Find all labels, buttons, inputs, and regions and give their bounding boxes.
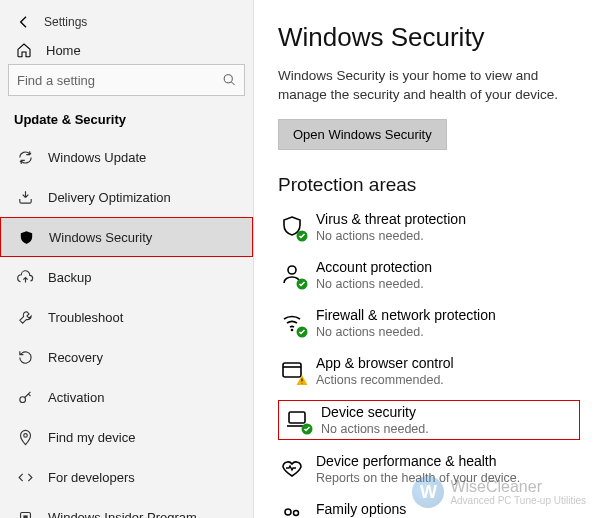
sidebar-item-delivery-optimization[interactable]: Delivery Optimization bbox=[0, 177, 253, 217]
check-badge-icon bbox=[296, 230, 308, 242]
recovery-icon bbox=[14, 349, 36, 366]
sidebar: Settings Home Update & Security Windows … bbox=[0, 0, 254, 518]
sidebar-item-label: Find my device bbox=[48, 430, 135, 445]
back-button[interactable] bbox=[10, 8, 38, 36]
sidebar-item-label: Troubleshoot bbox=[48, 310, 123, 325]
sidebar-item-label: For developers bbox=[48, 470, 135, 485]
sidebar-item-label: Windows Security bbox=[49, 230, 152, 245]
sidebar-item-troubleshoot[interactable]: Troubleshoot bbox=[0, 297, 253, 337]
area-title: Family options bbox=[316, 501, 558, 517]
search-icon bbox=[222, 73, 237, 88]
area-subtitle: No actions needed. bbox=[316, 229, 466, 243]
area-title: Account protection bbox=[316, 259, 432, 275]
sidebar-item-label: Delivery Optimization bbox=[48, 190, 171, 205]
section-title: Protection areas bbox=[278, 174, 580, 196]
shield-icon bbox=[15, 229, 37, 246]
sync-icon bbox=[14, 149, 36, 166]
page-title: Windows Security bbox=[278, 22, 580, 53]
back-arrow-icon bbox=[16, 14, 32, 30]
area-title: Firewall & network protection bbox=[316, 307, 496, 323]
laptop-icon bbox=[283, 405, 311, 433]
warn-badge-icon bbox=[296, 374, 308, 386]
search-input[interactable] bbox=[8, 64, 245, 96]
sidebar-home[interactable]: Home bbox=[0, 42, 253, 58]
check-badge-icon bbox=[296, 278, 308, 290]
sidebar-item-backup[interactable]: Backup bbox=[0, 257, 253, 297]
area-title: App & browser control bbox=[316, 355, 454, 371]
main-content: Windows Security Windows Security is you… bbox=[254, 0, 600, 518]
sidebar-item-windows-update[interactable]: Windows Update bbox=[0, 137, 253, 177]
sidebar-item-activation[interactable]: Activation bbox=[0, 377, 253, 417]
check-badge-icon bbox=[301, 423, 313, 435]
sidebar-item-for-developers[interactable]: For developers bbox=[0, 457, 253, 497]
sidebar-item-label: Backup bbox=[48, 270, 91, 285]
sidebar-item-windows-insider[interactable]: Windows Insider Program bbox=[0, 497, 253, 518]
area-family-options[interactable]: Family options Manage how your family us… bbox=[278, 498, 580, 518]
window-icon bbox=[278, 356, 306, 384]
sidebar-item-find-my-device[interactable]: Find my device bbox=[0, 417, 253, 457]
wrench-icon bbox=[14, 309, 36, 326]
area-subtitle: No actions needed. bbox=[316, 277, 432, 291]
heart-icon bbox=[278, 454, 306, 482]
window-title: Settings bbox=[44, 15, 87, 29]
open-windows-security-button[interactable]: Open Windows Security bbox=[278, 119, 447, 150]
insider-icon bbox=[14, 509, 36, 519]
area-subtitle: No actions needed. bbox=[321, 422, 429, 436]
check-badge-icon bbox=[296, 326, 308, 338]
family-icon bbox=[278, 502, 306, 518]
person-icon bbox=[278, 260, 306, 288]
sidebar-item-label: Windows Insider Program bbox=[48, 510, 197, 519]
area-virus-threat[interactable]: Virus & threat protection No actions nee… bbox=[278, 208, 580, 246]
area-subtitle: Reports on the health of your device. bbox=[316, 471, 520, 485]
area-app-browser[interactable]: App & browser control Actions recommende… bbox=[278, 352, 580, 390]
area-subtitle: No actions needed. bbox=[316, 325, 496, 339]
area-device-performance[interactable]: Device performance & health Reports on t… bbox=[278, 450, 580, 488]
key-icon bbox=[14, 389, 36, 406]
protection-areas-list: Virus & threat protection No actions nee… bbox=[278, 208, 580, 518]
category-header: Update & Security bbox=[0, 106, 253, 137]
sidebar-item-recovery[interactable]: Recovery bbox=[0, 337, 253, 377]
area-title: Device performance & health bbox=[316, 453, 520, 469]
network-icon bbox=[278, 308, 306, 336]
sidebar-item-label: Recovery bbox=[48, 350, 103, 365]
area-device-security[interactable]: Device security No actions needed. bbox=[278, 400, 580, 440]
area-account-protection[interactable]: Account protection No actions needed. bbox=[278, 256, 580, 294]
area-title: Device security bbox=[321, 404, 429, 420]
search-wrap bbox=[8, 64, 245, 96]
location-icon bbox=[14, 429, 36, 446]
area-firewall-network[interactable]: Firewall & network protection No actions… bbox=[278, 304, 580, 342]
dev-icon bbox=[14, 469, 36, 486]
sidebar-item-label: Windows Update bbox=[48, 150, 146, 165]
delivery-icon bbox=[14, 189, 36, 206]
page-description: Windows Security is your home to view an… bbox=[278, 67, 580, 105]
backup-icon bbox=[14, 269, 36, 286]
sidebar-home-label: Home bbox=[46, 43, 81, 58]
home-icon bbox=[14, 42, 34, 58]
shield-icon bbox=[278, 212, 306, 240]
area-subtitle: Actions recommended. bbox=[316, 373, 454, 387]
sidebar-item-label: Activation bbox=[48, 390, 104, 405]
area-title: Virus & threat protection bbox=[316, 211, 466, 227]
sidebar-item-windows-security[interactable]: Windows Security bbox=[0, 217, 253, 257]
